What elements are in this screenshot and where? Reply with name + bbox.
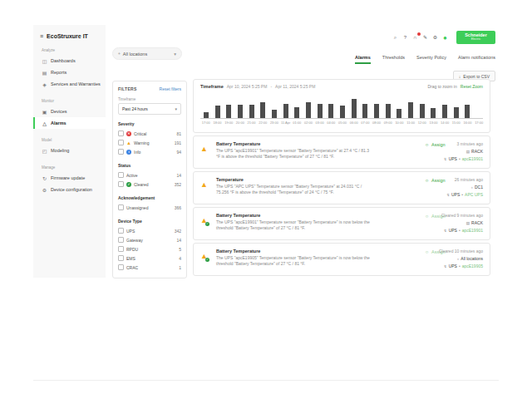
device-configuration-icon: ⚙ xyxy=(42,187,47,193)
alarm-location[interactable]: ▤RACK xyxy=(466,220,483,225)
chart-bar[interactable] xyxy=(408,102,413,118)
sidebar-item-devices[interactable]: ▣Devices xyxy=(33,106,106,117)
checkbox[interactable] xyxy=(118,237,124,243)
timeframe-select[interactable]: Past 24 hours ▾ xyxy=(118,103,181,115)
checkbox[interactable] xyxy=(118,140,124,145)
tab-thresholds[interactable]: Thresholds xyxy=(382,55,405,64)
alarm-location[interactable]: ⌖DC1 xyxy=(470,185,483,190)
filter-option-rpdu[interactable]: RPDU5 xyxy=(118,244,181,254)
chart-bar[interactable] xyxy=(352,99,357,118)
checkbox[interactable] xyxy=(118,172,124,178)
chart-bar[interactable] xyxy=(442,105,447,118)
sidebar-item-firmware-update[interactable]: ↻Firmware update xyxy=(33,172,106,184)
filter-option-cleared[interactable]: ✓Cleared352 xyxy=(118,180,181,189)
filter-option-gateway[interactable]: Gateway14 xyxy=(118,235,181,244)
filter-option-critical[interactable]: ✕Critical81 xyxy=(118,129,181,138)
sidebar-item-reports[interactable]: ▤Reports xyxy=(33,66,106,78)
sidebar-item-alarms[interactable]: △Alarms xyxy=(33,117,106,129)
account-icon[interactable]: ● xyxy=(441,34,449,42)
filter-option-info[interactable]: iInfo94 xyxy=(118,147,181,156)
alarm-device[interactable]: ↯UPS • apcE19901 xyxy=(444,228,483,233)
alarm-device[interactable]: ↯UPS • APC UPS xyxy=(446,192,483,197)
alarm-card[interactable]: ▲Battery TemperatureThe UPS "apcE19901" … xyxy=(193,135,490,169)
filter-option-unassigned[interactable]: Unassigned366 xyxy=(118,203,181,212)
menu-icon[interactable]: ≡ xyxy=(40,33,43,39)
location-selector[interactable]: ⌖ All locations ▾ xyxy=(112,47,182,60)
cleared-icon: ✓ xyxy=(126,182,131,187)
device-icon: ↯ xyxy=(444,229,447,233)
chart-bar[interactable] xyxy=(306,102,311,118)
notifications-icon[interactable]: ∩ xyxy=(411,34,419,42)
chart-bar[interactable] xyxy=(318,104,323,118)
alarm-card[interactable]: ▲✓Battery TemperatureThe UPS "apcE19905"… xyxy=(193,243,490,276)
assign-button[interactable]: ☺Assign xyxy=(425,178,446,183)
chart-bar[interactable] xyxy=(328,104,333,118)
download-icon: ↓ xyxy=(459,74,461,79)
chart-bar[interactable] xyxy=(272,110,277,118)
checkbox[interactable] xyxy=(118,181,124,187)
alarm-location[interactable]: ▤RACK xyxy=(466,149,483,154)
checkbox[interactable] xyxy=(118,131,124,136)
chart-bar[interactable] xyxy=(465,105,470,118)
sidebar-item-modeling[interactable]: ◰Modeling xyxy=(33,145,106,156)
alarm-location[interactable]: ⌖All locations xyxy=(457,256,483,261)
sidebar-item-services-and-warranties[interactable]: ◈Services and Warranties xyxy=(33,78,106,90)
chart-bar[interactable] xyxy=(238,105,243,118)
feedback-icon[interactable]: ✎ xyxy=(421,34,429,42)
chart-bar[interactable] xyxy=(362,104,367,118)
chart-bar[interactable] xyxy=(431,108,436,118)
sidebar-item-label: Reports xyxy=(51,70,66,75)
chart-bar[interactable] xyxy=(374,104,379,118)
tab-alarms[interactable]: Alarms xyxy=(355,55,371,64)
assign-button[interactable]: ☺Assign xyxy=(425,142,446,147)
checkbox[interactable] xyxy=(118,255,124,261)
chart-bar[interactable] xyxy=(454,107,459,118)
alarm-description: The UPS "APC UPS" Temperature sensor "Ba… xyxy=(216,184,372,196)
chart-bar[interactable] xyxy=(386,104,391,118)
device-icon: ↯ xyxy=(446,193,450,197)
chart-bar[interactable] xyxy=(294,107,299,118)
checkbox[interactable] xyxy=(118,246,124,252)
filter-option-ups[interactable]: UPS342 xyxy=(118,226,181,235)
chart-bar[interactable] xyxy=(397,109,401,118)
alarm-device[interactable]: ↯UPS • apcE19901 xyxy=(444,156,483,161)
alarm-histogram[interactable] xyxy=(200,95,483,119)
chart-bar[interactable] xyxy=(249,105,254,118)
sidebar-item-device-configuration[interactable]: ⚙Device configuration xyxy=(33,184,106,195)
chart-bar[interactable] xyxy=(283,104,288,118)
filter-option-warning[interactable]: ▲Warning191 xyxy=(118,138,181,147)
filter-option-ems[interactable]: EMS4 xyxy=(118,254,181,263)
alarm-card[interactable]: ▲✓Battery TemperatureThe UPS "apcE19901"… xyxy=(193,207,490,240)
reset-filters-link[interactable]: Reset filters xyxy=(160,86,181,91)
reset-zoom-link[interactable]: Reset Zoom xyxy=(461,84,483,89)
filter-group-label: Status xyxy=(118,163,181,168)
sidebar-item-label: Device configuration xyxy=(51,187,92,192)
chart-bar[interactable] xyxy=(340,106,345,118)
filter-option-label: Critical xyxy=(134,131,146,136)
alarm-card[interactable]: ▲TemperatureThe UPS "APC UPS" Temperatur… xyxy=(193,171,490,204)
sidebar-item-dashboards[interactable]: ◫Dashboards xyxy=(33,55,106,66)
filter-option-active[interactable]: Active14 xyxy=(118,170,181,180)
tab-alarm-notifications[interactable]: Alarm notifications xyxy=(458,55,495,64)
checkbox[interactable] xyxy=(118,228,124,234)
brand-subname: Electric xyxy=(456,37,495,41)
checkbox[interactable] xyxy=(118,149,124,155)
timeframe-separator: - xyxy=(270,84,272,89)
settings-icon[interactable]: ⚙ xyxy=(431,34,439,42)
assign-person-icon: ☺ xyxy=(425,142,429,147)
schneider-electric-logo[interactable]: Schneider Electric xyxy=(456,31,495,44)
chart-bar[interactable] xyxy=(420,104,425,118)
help-icon[interactable]: ? xyxy=(401,34,409,42)
chart-bar[interactable] xyxy=(204,112,209,118)
chart-bar[interactable] xyxy=(215,106,220,118)
tab-severity-policy[interactable]: Severity Policy xyxy=(416,55,446,64)
checkbox[interactable] xyxy=(118,204,124,210)
search-icon[interactable]: ⌕ xyxy=(392,34,399,42)
checkbox[interactable] xyxy=(118,264,124,270)
chart-bar[interactable] xyxy=(226,105,231,118)
alarm-meta: 3 minutes ago▤RACK↯UPS • apcE19901 xyxy=(444,141,483,161)
filter-option-crac[interactable]: CRAC1 xyxy=(118,263,181,272)
info-icon: i xyxy=(126,150,131,155)
chart-bar[interactable] xyxy=(260,102,265,118)
alarm-device[interactable]: ↯UPS • apcE19905 xyxy=(444,264,483,268)
